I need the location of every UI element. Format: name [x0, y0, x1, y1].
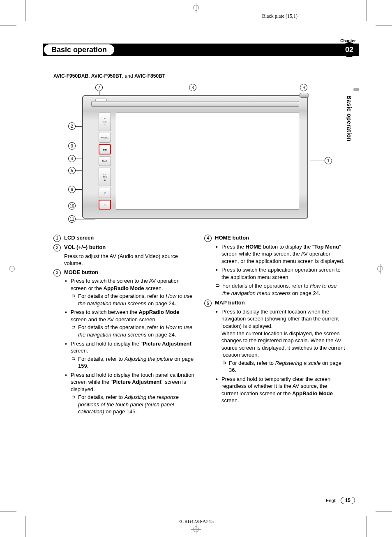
map-button-icon: MAP: [99, 156, 111, 166]
callout-1: 1: [325, 157, 332, 164]
footer-code: <CRB4228-A>15: [0, 519, 392, 525]
page-number: 15: [341, 497, 355, 504]
home-button-icon: ◼◼: [99, 144, 111, 154]
model-2: AVIC-F950BT: [91, 73, 122, 79]
chapter-title-pill: Basic operation: [43, 44, 115, 56]
crop-mark: [0, 25, 16, 26]
device-diagram: 7 8 9 2 3 4 5 6 10 11 1 ⏏: [70, 83, 321, 227]
chapter-header-bar: Basic operation 02: [43, 44, 359, 56]
model-1: AVIC-F950DAB: [53, 73, 88, 79]
item-3-bullet-3: Press and hold to display the "Picture A…: [64, 340, 194, 370]
model-line: AVIC-F950DAB, AVIC-F950BT, and AVIC-F850…: [53, 73, 345, 79]
mode-button-icon: MODE: [99, 133, 111, 143]
item-4: 4 HOME button Press the HOME button to d…: [204, 234, 345, 297]
side-tab-label: Basic operation: [346, 95, 353, 142]
callout-10: 10: [68, 202, 76, 210]
item-3-bullet-2: Press to switch between the AppRadio Mod…: [64, 309, 194, 338]
left-column: 1 LCD screen 2 VOL (+/–) button Press to…: [53, 234, 194, 419]
item-2: 2 VOL (+/–) button Press to adjust the A…: [53, 244, 194, 267]
registration-mark: [376, 265, 384, 272]
callout-4: 4: [68, 155, 76, 162]
item-1: 1 LCD screen: [53, 234, 194, 242]
side-tab: [353, 88, 359, 91]
description-columns: 1 LCD screen 2 VOL (+/–) button Press to…: [53, 234, 345, 419]
right-column: 4 HOME button Press the HOME button to d…: [204, 234, 345, 419]
crop-mark: [366, 0, 367, 21]
vol-button-icon: ＋VOL－: [99, 113, 111, 131]
side-knob: [299, 93, 309, 98]
device-body: ⏏ ＋VOL－ MODE ◼◼ MAP ▸▸TRK◂◂ ↶ ⌂: [82, 95, 308, 219]
callout-11: 11: [68, 215, 76, 223]
lcd-screen-area: [116, 113, 299, 210]
crop-mark: [25, 0, 26, 21]
side-button-column: ＋VOL－ MODE ◼◼ MAP ▸▸TRK◂◂ ↶ ⌂: [96, 113, 114, 210]
callout-9: 9: [300, 84, 307, 91]
callout-5: 5: [68, 167, 76, 174]
plate-info: Black plate (15,1): [262, 13, 297, 19]
item-5-bullet-2: Press and hold to temporarily clear the …: [215, 376, 345, 404]
home-alt-button-icon: ⌂: [99, 200, 111, 210]
registration-mark: [192, 4, 200, 12]
item-3-bullet-1: Press to switch the screen to the AV ope…: [64, 277, 194, 307]
callout-6: 6: [68, 186, 76, 193]
item-4-bullet-1: Press the HOME button to display the "To…: [215, 243, 345, 265]
item-3-title: MODE button: [64, 269, 98, 275]
crop-mark: [0, 511, 16, 512]
registration-mark: [192, 525, 200, 533]
item-2-title: VOL (+/–) button: [64, 244, 106, 250]
manual-page: Black plate (15,1) Chapter Basic operati…: [0, 0, 392, 537]
trk-button-icon: ▸▸TRK◂◂: [99, 168, 111, 186]
item-5-title: MAP button: [215, 300, 245, 306]
crop-mark: [376, 25, 392, 26]
disc-slot: [91, 101, 299, 107]
back-button-icon: ↶: [99, 188, 111, 198]
item-3: 3 MODE button Press to switch the screen…: [53, 269, 194, 417]
item-5-bullet-1: Press to display the current location wh…: [215, 308, 345, 374]
model-3: AVIC-F850BT: [134, 73, 165, 79]
item-4-title: HOME button: [215, 235, 249, 241]
item-3-bullet-4: Press and hold to display the touch pane…: [64, 371, 194, 415]
callout-3: 3: [68, 142, 76, 150]
chapter-title: Basic operation: [51, 46, 107, 54]
page-content: AVIC-F950DAB, AVIC-F950BT, and AVIC-F850…: [53, 73, 345, 419]
footer-lang: Engb: [326, 498, 337, 503]
item-4-bullet-2: Press to switch the application operatio…: [215, 266, 345, 281]
item-5: 5 MAP button Press to display the curren…: [204, 299, 345, 406]
callout-2: 2: [68, 122, 76, 130]
item-2-desc: Press to adjust the AV (Audio and Video)…: [64, 253, 194, 267]
callout-7: 7: [95, 84, 103, 91]
chapter-number-badge: 02: [342, 42, 357, 57]
item-1-title: LCD screen: [64, 235, 94, 241]
callout-8: 8: [189, 84, 196, 91]
page-footer: Engb 15: [326, 497, 355, 504]
crop-mark: [376, 511, 392, 512]
registration-mark: [8, 265, 16, 272]
